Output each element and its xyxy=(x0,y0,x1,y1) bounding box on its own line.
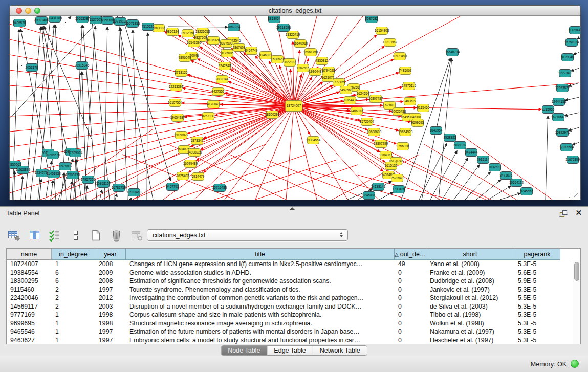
table-cell[interactable]: 0 xyxy=(395,302,426,311)
vertical-scrollbar[interactable] xyxy=(573,260,580,344)
table-cell[interactable]: Estimation of the future numbers of pati… xyxy=(126,327,395,336)
column-header-outde[interactable]: △out_de… xyxy=(395,249,426,260)
row-height-icon[interactable] xyxy=(69,229,82,242)
table-cell[interactable]: 1 xyxy=(52,311,95,319)
table-cell[interactable]: 6 xyxy=(52,269,95,277)
table-cell[interactable]: 9115460 xyxy=(7,286,52,294)
table-cell[interactable]: 0 xyxy=(395,336,426,345)
edit-checklist-icon[interactable] xyxy=(48,229,62,242)
table-row[interactable]: 946554611997Estimation of the future num… xyxy=(7,327,580,336)
table-header-row[interactable]: namein_degreeyeartitle△out_de…shortpager… xyxy=(7,249,580,260)
table-cell[interactable]: Hescheler et al. (1997) xyxy=(426,336,514,345)
table-cell[interactable]: 5.9E-5 xyxy=(514,277,560,286)
show-columns-icon[interactable] xyxy=(28,229,41,242)
splitter-handle-icon[interactable] xyxy=(290,207,295,210)
table-cell[interactable]: 2008 xyxy=(95,277,126,286)
scrollbar-thumb[interactable] xyxy=(574,262,579,281)
table-cell[interactable]: Wolkin et al. (1998) xyxy=(426,319,514,328)
table-row[interactable]: 1938455462009Genome-wide association stu… xyxy=(7,269,580,277)
citation-network-graph[interactable]: 1872400718300295193845547663822986012489… xyxy=(10,16,580,200)
table-cell[interactable]: Corpus callosum shape and size in male p… xyxy=(126,311,395,319)
trash-icon[interactable] xyxy=(110,229,123,242)
table-cell[interactable]: 1 xyxy=(52,319,95,328)
table-cell[interactable]: 0 xyxy=(395,269,426,277)
table-cell[interactable]: 9465546 xyxy=(7,327,52,336)
table-cell[interactable]: 1997 xyxy=(95,286,126,294)
table-cell[interactable]: Estimation of significance thresholds fo… xyxy=(126,277,395,286)
column-header-indegree[interactable]: in_degree xyxy=(52,249,95,260)
table-row[interactable]: 977716911998Corpus callosum shape and si… xyxy=(7,311,580,319)
table-cell[interactable]: Jankovic et al. (1997) xyxy=(426,286,514,294)
table-cell[interactable]: Yano et al. (2008) xyxy=(426,260,514,269)
table-cell[interactable]: 22420046 xyxy=(7,294,52,302)
table-cell[interactable]: 0 xyxy=(395,319,426,328)
table-cell[interactable]: 1998 xyxy=(95,311,126,319)
table-cell[interactable]: Investigating the contribution of common… xyxy=(126,294,395,302)
table-cell[interactable]: Stergiakouli et al. (2012) xyxy=(426,294,514,302)
table-cell[interactable]: 2 xyxy=(52,286,95,294)
table-cell[interactable]: 6 xyxy=(52,277,95,286)
table-cell[interactable]: 5.3E-5 xyxy=(514,302,560,311)
table-cell[interactable]: 5.5E-5 xyxy=(514,294,560,302)
table-cell[interactable]: 9699695 xyxy=(7,319,52,328)
tab-node-table[interactable]: Node Table xyxy=(221,346,267,355)
table-body[interactable]: 1872400712008Changes of HCN gene express… xyxy=(7,260,580,344)
table-cell[interactable]: de Silva et al. (2003) xyxy=(426,302,514,311)
tab-network-table[interactable]: Network Table xyxy=(313,346,367,355)
table-row[interactable]: 969969511998Structural magnetic resonanc… xyxy=(7,319,580,328)
table-row[interactable]: 911546021997Tourette syndrome. Phenomeno… xyxy=(7,286,580,294)
table-cell[interactable]: 2003 xyxy=(95,302,126,311)
table-row[interactable]: 2242004622012Investigating the contribut… xyxy=(7,294,580,302)
table-cell[interactable]: 0 xyxy=(395,327,426,336)
table-cell[interactable]: 1998 xyxy=(95,319,126,328)
table-cell[interactable]: 1 xyxy=(52,260,95,269)
column-header-short[interactable]: short xyxy=(426,249,514,260)
column-header-year[interactable]: year xyxy=(95,249,126,260)
table-cell[interactable]: Genome-wide association studies in ADHD. xyxy=(126,269,395,277)
float-panel-icon[interactable] xyxy=(559,210,568,218)
table-cell[interactable]: Nakamura et al. (1997) xyxy=(426,327,514,336)
graph-nodes[interactable]: 1872400718300295193845547663822986012489… xyxy=(10,16,580,200)
table-cell[interactable]: 2012 xyxy=(95,294,126,302)
table-cell[interactable]: 9777169 xyxy=(7,311,52,319)
table-row[interactable]: 1456911722003Disruption of a novel membe… xyxy=(7,302,580,311)
table-row[interactable]: 946362711997Embryonic stem cells: a mode… xyxy=(7,336,580,345)
table-row[interactable]: 1830029562008Estimation of significance … xyxy=(7,277,580,286)
column-header-title[interactable]: title xyxy=(126,249,395,260)
new-document-icon[interactable] xyxy=(89,229,103,242)
column-header-name[interactable]: name xyxy=(7,249,52,260)
table-cell[interactable]: Franke et al. (2009) xyxy=(426,269,514,277)
column-header-pagerank[interactable]: pagerank xyxy=(514,249,560,260)
table-cell[interactable]: 18300295 xyxy=(7,277,52,286)
network-view-canvas[interactable]: 1872400718300295193845547663822986012489… xyxy=(10,16,580,200)
close-panel-icon[interactable]: ✕ xyxy=(575,208,582,217)
table-cell[interactable]: 1 xyxy=(52,327,95,336)
table-cell[interactable]: 19384554 xyxy=(7,269,52,277)
table-cell[interactable]: 5.3E-5 xyxy=(514,260,560,269)
table-cell[interactable]: Structural magnetic resonance image aver… xyxy=(126,319,395,328)
table-cell[interactable]: 5.3E-5 xyxy=(514,286,560,294)
table-row[interactable]: 1872400712008Changes of HCN gene express… xyxy=(7,260,580,269)
table-mode-icon[interactable] xyxy=(7,229,21,242)
table-cell[interactable]: 0 xyxy=(395,311,426,319)
table-cell[interactable]: 2 xyxy=(52,294,95,302)
table-cell[interactable]: 18724007 xyxy=(7,260,52,269)
table-cell[interactable]: Changes of HCN gene expression and I(f) … xyxy=(126,260,395,269)
table-cell[interactable]: 5.3E-5 xyxy=(514,319,560,328)
table-cell[interactable]: 0 xyxy=(395,277,426,286)
window-titlebar[interactable]: citations_edges.txt xyxy=(10,6,580,16)
table-cell[interactable]: 0 xyxy=(395,294,426,302)
table-cell[interactable]: 5.6E-5 xyxy=(514,269,560,277)
table-cell[interactable]: 2009 xyxy=(95,269,126,277)
table-cell[interactable]: Dudbridge et al. (2008) xyxy=(426,277,514,286)
table-cell[interactable]: 5.3E-5 xyxy=(514,327,560,336)
table-cell[interactable]: 1 xyxy=(52,336,95,345)
memory-status-indicator[interactable] xyxy=(571,360,579,368)
table-cell[interactable]: 1997 xyxy=(95,327,126,336)
table-cell[interactable]: Disruption of a novel member of a sodium… xyxy=(126,302,395,311)
table-cell[interactable]: 5.3E-5 xyxy=(514,311,560,319)
table-cell[interactable]: 1997 xyxy=(95,336,126,345)
table-cell[interactable]: 9463627 xyxy=(7,336,52,345)
table-cell[interactable]: 5.3E-5 xyxy=(514,336,560,345)
table-cell[interactable]: 2008 xyxy=(95,260,126,269)
